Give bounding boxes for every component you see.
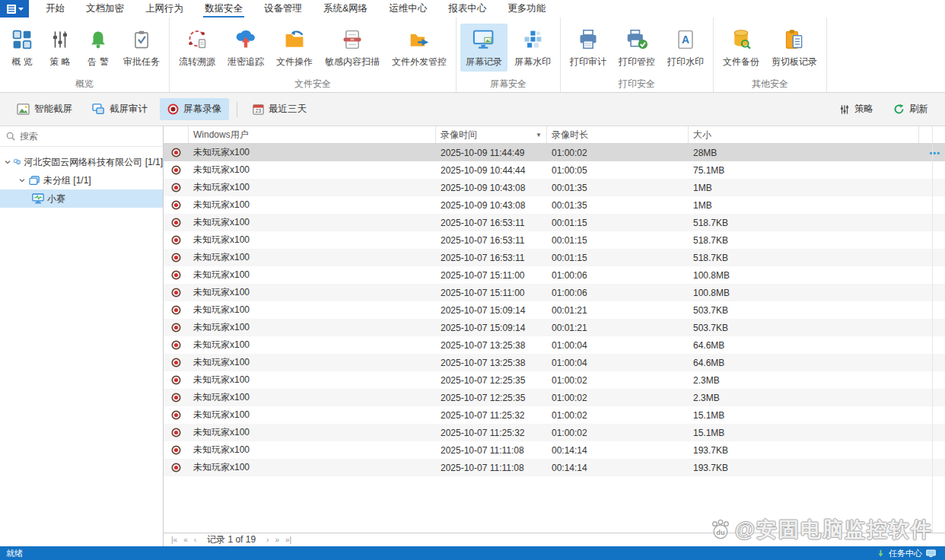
- column-header-size[interactable]: 大小: [689, 126, 919, 143]
- cell-windows-user: 未知玩家x100: [189, 441, 436, 459]
- table-row[interactable]: 未知玩家x100 2025-10-07 16:53:11 00:01:15 51…: [164, 249, 945, 266]
- tab-device-management[interactable]: 设备管理: [253, 0, 313, 18]
- cell-size: 193.7KB: [689, 441, 919, 459]
- tab-more-features[interactable]: 更多功能: [497, 0, 556, 18]
- prev-page-button[interactable]: ‹: [191, 536, 199, 544]
- next-page-button[interactable]: ›: [263, 536, 272, 544]
- cell-size: 503.7KB: [689, 319, 919, 336]
- screen-watermark-button[interactable]: 屏幕水印: [509, 24, 556, 72]
- tree-node-ungrouped[interactable]: 未分组 [1/1]: [0, 171, 163, 189]
- print-watermark-button[interactable]: A 打印水印: [662, 24, 709, 72]
- table-row[interactable]: 未知玩家x100 2025-10-07 15:09:14 00:01:21 50…: [164, 319, 945, 336]
- column-header-icon[interactable]: [164, 126, 189, 143]
- chevron-down-icon[interactable]: [5, 160, 11, 164]
- table-header: Windows用户 录像时间▼ 录像时长 大小: [164, 126, 945, 144]
- table-row[interactable]: 未知玩家x100 2025-10-07 12:25:35 01:00:02 2.…: [164, 389, 945, 406]
- table-row[interactable]: 未知玩家x100 2025-10-07 15:11:00 01:00:06 10…: [164, 266, 945, 284]
- first-page-button[interactable]: |«: [168, 536, 180, 544]
- cell-duration: 01:00:02: [547, 406, 689, 424]
- column-header-windows-user[interactable]: Windows用户: [189, 126, 436, 143]
- column-header-duration[interactable]: 录像时长: [547, 126, 689, 143]
- ribbon-group-screen-security: 屏幕记录 屏幕水印 屏幕安全: [457, 18, 561, 92]
- capture-audit-button[interactable]: 截屏审计: [84, 98, 155, 120]
- file-backup-button[interactable]: 文件备份: [718, 24, 765, 72]
- cell-windows-user: 未知玩家x100: [189, 249, 436, 266]
- table-row[interactable]: 未知玩家x100 2025-10-07 13:25:38 01:00:04 64…: [164, 336, 945, 354]
- flow-trace-button[interactable]: 流转溯源: [173, 24, 221, 72]
- table-row[interactable]: 未知玩家x100 2025-10-07 16:53:11 00:01:15 51…: [164, 231, 945, 249]
- device-tree-sidebar: 河北安固云网络科技有限公司 [1/1] 未分组 [1/1] 小赛: [0, 126, 164, 546]
- tab-start[interactable]: 开始: [35, 0, 75, 18]
- table-row[interactable]: 未知玩家x100 2025-10-07 16:53:11 00:01:15 51…: [164, 214, 945, 231]
- cell-windows-user: 未知玩家x100: [189, 459, 436, 476]
- tab-report-center[interactable]: 报表中心: [438, 0, 497, 18]
- smart-capture-image-icon: [17, 103, 30, 115]
- table-row[interactable]: 未知玩家x100 2025-10-09 11:44:49 01:00:02 28…: [164, 144, 945, 161]
- cell-duration: 00:14:14: [547, 459, 689, 476]
- row-actions-button[interactable]: •••: [919, 144, 945, 161]
- screen-record-button[interactable]: 屏幕记录: [460, 24, 508, 72]
- file-operations-folder-icon: [284, 27, 305, 52]
- last-three-days-button[interactable]: 23 最近三天: [245, 98, 314, 120]
- fast-next-button[interactable]: »: [272, 536, 282, 544]
- table-row[interactable]: 未知玩家x100 2025-10-07 13:25:38 01:00:04 64…: [164, 354, 945, 371]
- table-row[interactable]: 未知玩家x100 2025-10-09 10:43:08 00:01:35 1M…: [164, 196, 945, 214]
- computer-icon: [32, 193, 44, 204]
- task-center-button[interactable]: 任务中心: [889, 548, 922, 559]
- leak-tracking-button[interactable]: 泄密追踪: [222, 24, 269, 72]
- search-input[interactable]: [20, 131, 157, 142]
- table-row[interactable]: 未知玩家x100 2025-10-07 15:09:14 00:01:21 50…: [164, 301, 945, 319]
- sensitive-content-scan-button[interactable]: 敏感内容扫描: [320, 24, 385, 72]
- tab-system-network[interactable]: 系统&网络: [313, 0, 378, 18]
- table-row[interactable]: 未知玩家x100 2025-10-07 11:25:32 01:00:02 15…: [164, 406, 945, 424]
- cell-size: 28MB: [689, 144, 919, 161]
- recordings-table: Windows用户 录像时间▼ 录像时长 大小 未知玩家x100 2025-10…: [164, 126, 945, 533]
- record-dot-icon: [167, 103, 179, 115]
- refresh-icon: [893, 103, 905, 115]
- search-box[interactable]: [0, 126, 163, 147]
- chevron-down-icon[interactable]: [18, 178, 26, 183]
- alert-button[interactable]: 告 警: [80, 24, 116, 72]
- policy-sliders-icon: [839, 104, 850, 115]
- file-outgoing-control-button[interactable]: 文件外发管控: [387, 24, 452, 72]
- fast-prev-button[interactable]: «: [180, 536, 191, 544]
- cell-record-time: 2025-10-07 15:11:00: [436, 284, 547, 301]
- clipboard-record-button[interactable]: 剪切板记录: [766, 24, 822, 72]
- tree-node-company[interactable]: 河北安固云网络科技有限公司 [1/1]: [0, 153, 163, 171]
- print-control-button[interactable]: 打印管控: [613, 24, 660, 72]
- app-menu-button[interactable]: [0, 0, 29, 18]
- cell-windows-user: 未知玩家x100: [189, 371, 436, 389]
- screen-recording-button[interactable]: 屏幕录像: [160, 98, 229, 120]
- tab-ops-center[interactable]: 运维中心: [378, 0, 438, 18]
- cell-record-time: 2025-10-07 11:11:08: [436, 441, 547, 459]
- tree-node-terminal[interactable]: 小赛: [0, 189, 163, 208]
- status-right-group: 任务中心: [877, 548, 939, 559]
- tab-data-security[interactable]: 数据安全: [194, 0, 253, 18]
- record-icon: [171, 148, 181, 158]
- record-icon: [171, 340, 181, 350]
- overview-button[interactable]: 概 览: [4, 24, 40, 72]
- column-header-record-time[interactable]: 录像时间▼: [436, 126, 547, 143]
- main-area: 河北安固云网络科技有限公司 [1/1] 未分组 [1/1] 小赛 Windows: [0, 126, 945, 546]
- refresh-button[interactable]: 刷新: [886, 98, 936, 120]
- policy-button[interactable]: 策 略: [42, 24, 78, 72]
- tab-doc-encryption[interactable]: 文档加密: [75, 0, 135, 18]
- table-row[interactable]: 未知玩家x100 2025-10-07 11:25:32 01:00:02 15…: [164, 424, 945, 441]
- smart-capture-button[interactable]: 智能截屏: [9, 98, 80, 120]
- policy-toolbar-button[interactable]: 策略: [832, 98, 881, 120]
- sort-desc-icon[interactable]: ▼: [536, 132, 542, 138]
- table-row[interactable]: 未知玩家x100 2025-10-07 11:11:08 00:14:14 19…: [164, 441, 945, 459]
- sensitive-scan-icon: [342, 27, 362, 52]
- last-page-button[interactable]: »|: [282, 536, 294, 544]
- table-row[interactable]: 未知玩家x100 2025-10-07 11:11:08 00:14:14 19…: [164, 459, 945, 476]
- file-operations-button[interactable]: 文件操作: [271, 24, 318, 72]
- tab-web-behavior[interactable]: 上网行为: [135, 0, 194, 18]
- print-audit-button[interactable]: 打印审计: [565, 24, 612, 72]
- print-control-shield-icon: [625, 27, 648, 52]
- recordings-content: Windows用户 录像时间▼ 录像时长 大小 未知玩家x100 2025-10…: [164, 126, 945, 546]
- table-row[interactable]: 未知玩家x100 2025-10-07 15:11:00 01:00:06 10…: [164, 284, 945, 301]
- table-row[interactable]: 未知玩家x100 2025-10-07 12:25:35 01:00:02 2.…: [164, 371, 945, 389]
- table-row[interactable]: 未知玩家x100 2025-10-09 10:43:08 00:01:35 1M…: [164, 179, 945, 196]
- table-row[interactable]: 未知玩家x100 2025-10-09 10:44:44 01:00:05 75…: [164, 161, 945, 179]
- approval-tasks-button[interactable]: 审批任务: [118, 24, 165, 72]
